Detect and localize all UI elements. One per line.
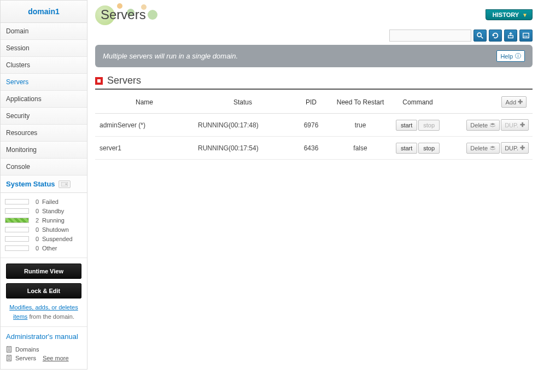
- start-button[interactable]: start: [396, 143, 417, 154]
- document-icon: [6, 355, 12, 361]
- stop-button: stop: [418, 120, 440, 131]
- nav-item-applications[interactable]: Applications: [1, 91, 87, 108]
- sidebar: domain1 DomainSessionClustersServersAppl…: [0, 0, 87, 370]
- status-label: Other: [42, 245, 57, 251]
- stop-button[interactable]: stop: [418, 143, 440, 154]
- status-bar: [5, 199, 29, 204]
- runtime-view-button[interactable]: Runtime View: [6, 264, 81, 279]
- section-title: Servers: [107, 75, 141, 86]
- see-more-link[interactable]: See more: [43, 355, 69, 361]
- status-label: Shutdown: [42, 226, 69, 233]
- dup-label: DUP.: [505, 145, 518, 151]
- xml-icon[interactable]: XML: [519, 30, 533, 42]
- status-label: Standby: [42, 208, 64, 214]
- table-row: adminServer (*)RUNNING(00:17:48)6976true…: [95, 114, 533, 137]
- button-section: Runtime View Lock & Edit Modifies, adds,…: [1, 258, 87, 326]
- dup-button[interactable]: DUP.✚: [501, 142, 529, 154]
- status-panel-icon: [59, 180, 71, 188]
- table-row: server1RUNNING(00:17:54)6436falsestartst…: [95, 137, 533, 160]
- cell-actions: DeleteDUP.✚: [445, 114, 533, 137]
- nav-item-resources[interactable]: Resources: [1, 125, 87, 142]
- manual-link-label: Servers: [15, 355, 36, 361]
- status-bar: [5, 227, 29, 232]
- add-button[interactable]: Add✚: [501, 96, 527, 108]
- status-count: 0: [32, 245, 39, 251]
- servers-table: Name Status PID Need To Restart Command …: [95, 91, 533, 160]
- delete-label: Delete: [470, 145, 488, 151]
- document-icon: [6, 346, 12, 353]
- status-label: Running: [42, 217, 65, 224]
- start-button[interactable]: start: [396, 120, 417, 131]
- plus-icon: ✚: [520, 121, 525, 128]
- th-actions: Add✚: [445, 91, 533, 114]
- status-row-standby: 0Standby: [5, 208, 83, 214]
- th-pid: PID: [292, 91, 330, 114]
- svg-point-1: [65, 183, 67, 185]
- cell-pid: 6436: [292, 137, 330, 160]
- system-status-header: System Status: [1, 175, 87, 193]
- history-label: HISTORY: [493, 11, 519, 18]
- manual-link-servers[interactable]: Servers See more: [6, 355, 81, 361]
- search-input[interactable]: [389, 30, 471, 42]
- delete-label: Delete: [470, 122, 488, 128]
- cell-restart: true: [330, 114, 390, 137]
- manual-link-domains[interactable]: Domains: [6, 346, 81, 353]
- chevron-down-icon: ▼: [522, 12, 528, 18]
- page-title: Servers: [101, 7, 146, 22]
- cell-command: startstop: [390, 137, 445, 160]
- info-banner: Multiple servers will run in a single do…: [95, 45, 533, 67]
- help-icon: ⓘ: [515, 52, 521, 60]
- domain-title: domain1: [1, 1, 87, 23]
- th-name: Name: [95, 91, 194, 114]
- help-button[interactable]: Help ⓘ: [496, 50, 525, 62]
- nav-item-domain[interactable]: Domain: [1, 23, 87, 40]
- cell-restart: false: [330, 137, 390, 160]
- system-status-label: System Status: [6, 180, 55, 188]
- nav-item-clusters[interactable]: Clusters: [1, 57, 87, 74]
- dup-button: DUP.✚: [501, 119, 529, 131]
- status-list: 0Failed0Standby2Running0Shutdown0Suspend…: [1, 193, 87, 258]
- stack-icon: [489, 145, 496, 151]
- stack-icon: [489, 122, 496, 128]
- nav-item-session[interactable]: Session: [1, 40, 87, 57]
- status-bar: [5, 245, 29, 251]
- status-label: Failed: [42, 198, 59, 205]
- add-label: Add: [505, 99, 516, 106]
- svg-line-11: [481, 37, 483, 39]
- delete-button[interactable]: Delete: [466, 120, 500, 131]
- cell-name: server1: [95, 137, 194, 160]
- nav-item-security[interactable]: Security: [1, 108, 87, 125]
- export-icon[interactable]: [504, 30, 517, 42]
- plus-icon: ✚: [518, 98, 523, 106]
- th-command: Command: [390, 91, 445, 114]
- search-icon[interactable]: [473, 30, 487, 42]
- lock-edit-button[interactable]: Lock & Edit: [6, 283, 81, 299]
- cell-command: startstop: [390, 114, 445, 137]
- cell-status: RUNNING(00:17:54): [194, 137, 292, 160]
- section-icon: [95, 77, 103, 85]
- th-restart: Need To Restart: [330, 91, 390, 114]
- status-row-running: 2Running: [5, 217, 83, 224]
- history-button[interactable]: HISTORY ▼: [486, 9, 533, 20]
- status-count: 0: [32, 236, 39, 242]
- nav-item-console[interactable]: Console: [1, 159, 87, 175]
- status-row-suspended: 0Suspended: [5, 236, 83, 242]
- edit-description-suffix: from the domain.: [27, 313, 74, 320]
- status-row-other: 0Other: [5, 245, 83, 251]
- status-label: Suspended: [42, 236, 73, 242]
- section-header: Servers: [95, 73, 533, 90]
- status-count: 2: [32, 217, 39, 224]
- plus-icon: ✚: [520, 144, 525, 151]
- dup-label: DUP.: [505, 122, 518, 128]
- refresh-icon[interactable]: [489, 30, 502, 42]
- nav-item-servers[interactable]: Servers: [1, 74, 87, 91]
- status-count: 0: [32, 198, 39, 205]
- delete-button[interactable]: Delete: [466, 143, 500, 154]
- th-status: Status: [194, 91, 292, 114]
- status-row-failed: 0Failed: [5, 198, 83, 205]
- svg-text:XML: XML: [524, 35, 529, 38]
- status-count: 0: [32, 226, 39, 233]
- nav-item-monitoring[interactable]: Monitoring: [1, 142, 87, 159]
- admin-manual-section: Administrator's manual DomainsServers Se…: [1, 326, 87, 369]
- admin-manual-title: Administrator's manual: [6, 332, 81, 342]
